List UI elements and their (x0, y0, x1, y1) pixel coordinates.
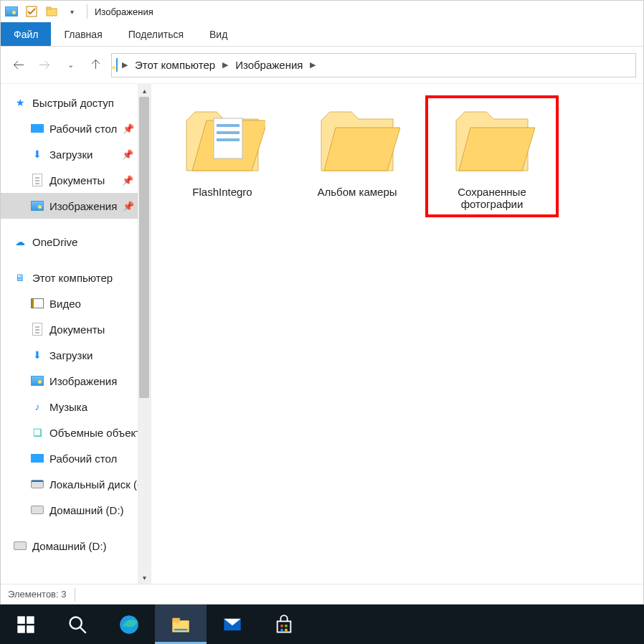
nav-back-button[interactable]: 🡠 (8, 55, 29, 76)
sidebar-item-drive-d-root[interactable]: Домашний (D:) (1, 533, 151, 559)
sidebar-label: Быстрый доступ (32, 97, 114, 109)
sidebar-label: Документы (49, 323, 105, 336)
tab-view[interactable]: Вид (196, 22, 240, 46)
svg-rect-22 (285, 628, 288, 631)
breadcrumb-bar[interactable]: ▶ Этот компьютер ▶ Изображения ▶ (111, 53, 636, 77)
sidebar-label: OneDrive (32, 236, 77, 248)
folder-icon (179, 103, 265, 181)
drive-icon (14, 539, 27, 552)
sidebar-item-videos[interactable]: Видео (1, 290, 151, 316)
sidebar-label: Объемные объекты (49, 427, 148, 439)
nav-up-button[interactable]: 🡡 (85, 55, 107, 76)
svg-rect-4 (217, 124, 240, 127)
svg-rect-7 (17, 616, 24, 624)
sidebar-item-desktop[interactable]: Рабочий стол (1, 445, 151, 471)
nav-bar: 🡠 🡢 ⌄ 🡡 ▶ Этот компьютер ▶ Изображения ▶ (1, 47, 643, 84)
pin-icon: 📌 (123, 123, 134, 134)
quick-access-dropdown-icon[interactable]: ▾ (64, 4, 80, 19)
star-icon: ★ (14, 96, 27, 109)
breadcrumb-icon (116, 59, 118, 71)
document-icon (31, 323, 44, 336)
tab-share[interactable]: Поделиться (115, 22, 196, 46)
sidebar-label: Музыка (49, 401, 87, 413)
folder-label: FlashIntegro (163, 186, 282, 198)
sidebar-label: Рабочий стол (49, 453, 117, 465)
svg-rect-18 (278, 621, 291, 632)
pin-icon: 📌 (123, 201, 134, 212)
scroll-down-icon[interactable]: ▾ (138, 571, 151, 584)
chevron-right-icon[interactable]: ▶ (219, 60, 231, 70)
scroll-thumb[interactable] (139, 97, 149, 398)
sidebar-item-pictures[interactable]: Изображения 📌 (1, 193, 151, 219)
sidebar-label: Этот компьютер (32, 272, 113, 284)
breadcrumb-item[interactable]: Изображения (232, 59, 306, 71)
folder-label: Сохраненные фотографии (432, 186, 551, 210)
svg-rect-8 (27, 616, 34, 624)
sidebar-label: Домашний (D:) (32, 540, 107, 552)
sidebar-item-desktop[interactable]: Рабочий стол 📌 (1, 115, 151, 141)
taskbar-edge-button[interactable] (103, 605, 155, 644)
content-pane[interactable]: FlashIntegro Альбом камеры (151, 84, 643, 584)
cloud-icon: ☁ (14, 235, 27, 248)
sidebar-item-pictures[interactable]: Изображения (1, 368, 151, 394)
tab-home[interactable]: Главная (51, 22, 115, 46)
folder-icon (449, 103, 535, 181)
nav-recent-dropdown[interactable]: ⌄ (60, 55, 81, 76)
document-icon (31, 174, 44, 186)
svg-rect-9 (17, 625, 24, 633)
status-bar: Элементов: 3 (1, 584, 643, 604)
scroll-up-icon[interactable]: ▴ (138, 84, 151, 97)
svg-rect-2 (47, 7, 51, 9)
quick-access-folder-icon[interactable] (44, 4, 60, 19)
sidebar-item-drive-c[interactable]: Локальный диск (C:) (1, 471, 151, 497)
download-icon: ⬇ (31, 148, 44, 161)
sidebar-item-downloads[interactable]: ⬇ Загрузки 📌 (1, 141, 151, 167)
drive-icon (31, 503, 44, 516)
folder-item[interactable]: Альбом камеры (293, 98, 421, 202)
taskbar-mail-button[interactable] (207, 605, 258, 644)
title-bar: ▾ Изображения (1, 1, 643, 22)
desktop-icon (31, 122, 44, 135)
window-icon (4, 4, 19, 19)
taskbar-start-button[interactable] (0, 605, 52, 644)
drive-icon (31, 478, 44, 491)
nav-forward-button[interactable]: 🡢 (34, 55, 55, 76)
folder-item-highlighted[interactable]: Сохраненные фотографии (428, 98, 556, 214)
sidebar-quick-access[interactable]: ★ Быстрый доступ (1, 90, 151, 115)
chevron-right-icon[interactable]: ▶ (307, 60, 318, 70)
svg-rect-6 (217, 138, 240, 141)
sidebar-onedrive[interactable]: ☁ OneDrive (1, 229, 151, 255)
svg-rect-19 (280, 625, 283, 628)
pictures-icon (31, 199, 44, 212)
tab-file[interactable]: Файл (1, 22, 51, 46)
svg-rect-10 (27, 625, 34, 633)
svg-rect-15 (172, 617, 180, 622)
window-title: Изображения (95, 6, 153, 17)
taskbar-search-button[interactable] (52, 605, 103, 644)
sidebar-item-documents[interactable]: Документы 📌 (1, 167, 151, 193)
sidebar-item-drive-d[interactable]: Домашний (D:) (1, 497, 151, 523)
sidebar-item-downloads[interactable]: ⬇Загрузки (1, 342, 151, 368)
breadcrumb-item[interactable]: Этот компьютер (132, 59, 218, 71)
body: ★ Быстрый доступ Рабочий стол 📌 ⬇ Загруз… (1, 84, 643, 584)
sidebar-label: Домашний (D:) (49, 504, 124, 516)
taskbar (0, 605, 644, 644)
sidebar-label: Рабочий стол (49, 123, 117, 135)
quick-access-save-icon[interactable] (24, 4, 39, 19)
taskbar-explorer-button[interactable] (155, 605, 207, 644)
svg-point-11 (70, 617, 82, 628)
folder-item[interactable]: FlashIntegro (158, 98, 286, 202)
taskbar-store-button[interactable] (258, 605, 310, 644)
sidebar-item-3dobjects[interactable]: ❏Объемные объекты (1, 420, 151, 445)
folder-label: Альбом камеры (298, 186, 417, 198)
navigation-pane: ★ Быстрый доступ Рабочий стол 📌 ⬇ Загруз… (1, 84, 151, 584)
cube-icon: ❏ (31, 426, 44, 439)
sidebar-item-music[interactable]: ♪Музыка (1, 394, 151, 420)
sidebar-label: Видео (49, 298, 81, 310)
chevron-right-icon[interactable]: ▶ (119, 60, 131, 70)
svg-rect-21 (280, 628, 283, 631)
sidebar-item-documents[interactable]: Документы (1, 316, 151, 342)
sidebar-scrollbar[interactable]: ▴ ▾ (138, 84, 151, 584)
sidebar-this-pc[interactable]: 🖥 Этот компьютер (1, 265, 151, 290)
pictures-icon (31, 374, 44, 387)
